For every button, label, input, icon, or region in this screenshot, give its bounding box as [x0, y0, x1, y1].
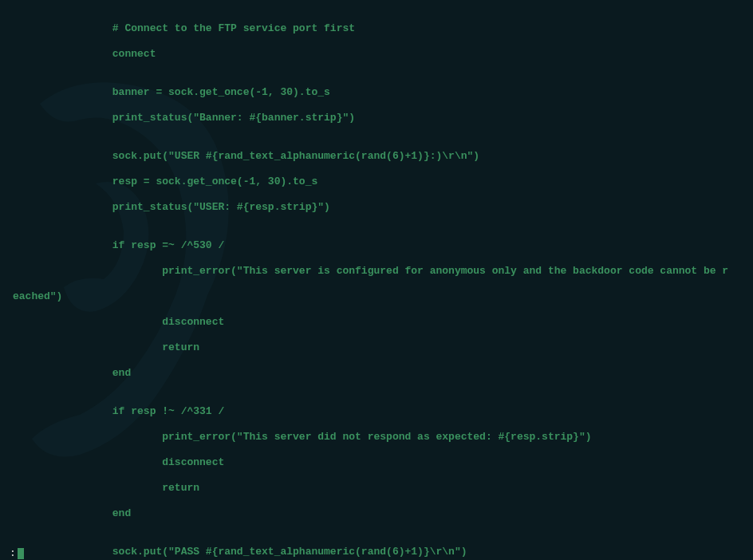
code-line: sock.put("USER #{rand_text_alphanumeric(… [13, 150, 740, 163]
code-line: disconnect [13, 316, 740, 329]
code-line: if resp =~ /^530 / [13, 239, 740, 252]
code-line: print_error("This server is configured f… [13, 265, 740, 278]
code-line: connect [13, 48, 740, 61]
code-line: end [13, 367, 740, 380]
code-line: resp = sock.get_once(-1, 30).to_s [13, 175, 740, 188]
code-editor-content: # Connect to the FTP service port first … [0, 0, 753, 560]
code-line: return [13, 482, 740, 495]
code-line: banner = sock.get_once(-1, 30).to_s [13, 86, 740, 99]
code-line: if resp !~ /^331 / [13, 405, 740, 418]
code-line: return [13, 341, 740, 354]
code-line: print_status("USER: #{resp.strip}") [13, 201, 740, 214]
code-line: disconnect [13, 456, 740, 469]
code-line: print_error("This server did not respond… [13, 431, 740, 444]
code-line: sock.put("PASS #{rand_text_alphanumeric(… [13, 546, 740, 558]
code-line: print_status("Banner: #{banner.strip}") [13, 112, 740, 124]
code-line: # Connect to the FTP service port first [13, 22, 740, 35]
code-line: eached") [13, 290, 740, 303]
code-line: end [13, 507, 740, 520]
